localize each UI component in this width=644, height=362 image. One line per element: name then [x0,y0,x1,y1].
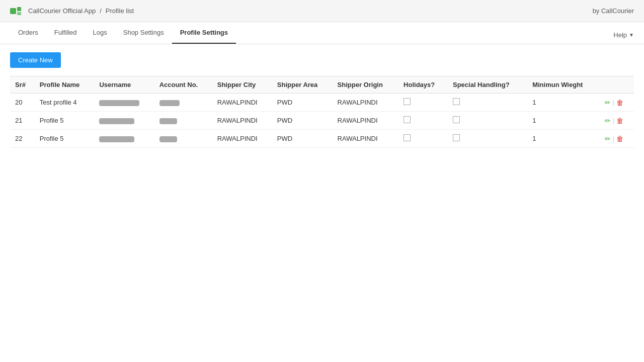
cell-shipper-origin: RAWALPINDI [333,94,398,112]
holidays-checkbox[interactable] [404,134,411,141]
tab-fulfilled[interactable]: Fulfilled [46,22,85,44]
col-holidays: Holidays? [398,76,448,94]
chevron-down-icon: ▼ [629,32,634,38]
cell-min-weight: 1 [527,112,599,130]
special-handling-checkbox[interactable] [453,116,460,123]
tab-logs[interactable]: Logs [85,22,115,44]
content-area: Create New Sr# Profile Name Username Acc… [0,44,644,156]
tab-orders[interactable]: Orders [10,22,46,44]
table-row: 21Profile 5RAWALPINDIPWDRAWALPINDI1 ✏ | … [10,112,634,130]
cell-special-handling [448,130,527,148]
app-name: CallCourier Official App [28,7,96,15]
breadcrumb-page: Profile list [106,7,134,15]
cell-profile-name: Test profile 4 [35,94,95,112]
cell-username [94,130,154,148]
cell-actions: ✏ | 🗑 [600,130,634,148]
cell-holidays [398,94,448,112]
cell-min-weight: 1 [527,130,599,148]
cell-sr: 21 [10,112,35,130]
col-username: Username [94,76,154,94]
cell-account-no [154,112,212,130]
action-separator: | [613,117,614,124]
table-header-row: Sr# Profile Name Username Account No. Sh… [10,76,634,94]
svg-rect-0 [10,8,16,14]
edit-button[interactable]: ✏ [605,117,611,125]
nav-tabs: Orders Fulfilled Logs Shop Settings Prof… [10,22,236,44]
action-separator: | [613,99,614,106]
nav-bar: Orders Fulfilled Logs Shop Settings Prof… [0,22,644,44]
cell-special-handling [448,94,527,112]
delete-button[interactable]: 🗑 [616,99,623,107]
cell-shipper-origin: RAWALPINDI [333,130,398,148]
app-title-area: CallCourier Official App / Profile list [10,6,134,16]
by-label: by CallCourier [593,7,634,15]
cell-holidays [398,112,448,130]
cell-special-handling [448,112,527,130]
cell-shipper-origin: RAWALPINDI [333,112,398,130]
cell-shipper-city: RAWALPINDI [212,112,272,130]
delete-button[interactable]: 🗑 [616,117,623,125]
cell-actions: ✏ | 🗑 [600,112,634,130]
top-bar: CallCourier Official App / Profile list … [0,0,644,22]
cell-username [94,112,154,130]
svg-rect-1 [17,7,21,11]
cell-min-weight: 1 [527,94,599,112]
col-account-no: Account No. [154,76,212,94]
col-sr: Sr# [10,76,35,94]
tab-shop-settings[interactable]: Shop Settings [115,22,172,44]
col-special-handling: Special Handling? [448,76,527,94]
col-actions [600,76,634,94]
profiles-table: Sr# Profile Name Username Account No. Sh… [10,76,634,148]
cell-holidays [398,130,448,148]
cell-shipper-area: PWD [272,130,333,148]
breadcrumb-separator: / [100,7,102,15]
cell-username [94,94,154,112]
col-profile-name: Profile Name [35,76,95,94]
svg-rect-2 [17,12,21,15]
special-handling-checkbox[interactable] [453,134,460,141]
create-new-button[interactable]: Create New [10,52,61,68]
cell-account-no [154,94,212,112]
cell-shipper-city: RAWALPINDI [212,94,272,112]
tab-profile-settings[interactable]: Profile Settings [172,22,236,44]
col-min-weight: Minimun Wieght [527,76,599,94]
table-row: 22Profile 5RAWALPINDIPWDRAWALPINDI1 ✏ | … [10,130,634,148]
edit-button[interactable]: ✏ [605,135,611,143]
col-shipper-area: Shipper Area [272,76,333,94]
cell-shipper-area: PWD [272,112,333,130]
cell-actions: ✏ | 🗑 [600,94,634,112]
col-shipper-city: Shipper City [212,76,272,94]
cell-account-no [154,130,212,148]
cell-sr: 22 [10,130,35,148]
cell-profile-name: Profile 5 [35,130,95,148]
holidays-checkbox[interactable] [404,98,411,105]
cell-shipper-city: RAWALPINDI [212,130,272,148]
special-handling-checkbox[interactable] [453,98,460,105]
holidays-checkbox[interactable] [404,116,411,123]
edit-button[interactable]: ✏ [605,99,611,107]
cell-profile-name: Profile 5 [35,112,95,130]
delete-button[interactable]: 🗑 [616,135,623,143]
action-separator: | [613,135,614,142]
col-shipper-origin: Shipper Origin [333,76,398,94]
cell-sr: 20 [10,94,35,112]
cell-shipper-area: PWD [272,94,333,112]
nav-right: Help ▼ [613,31,634,44]
help-label: Help [613,31,627,39]
app-logo [10,6,24,16]
table-row: 20Test profile 4RAWALPINDIPWDRAWALPINDI1… [10,94,634,112]
help-button[interactable]: Help ▼ [613,31,634,39]
